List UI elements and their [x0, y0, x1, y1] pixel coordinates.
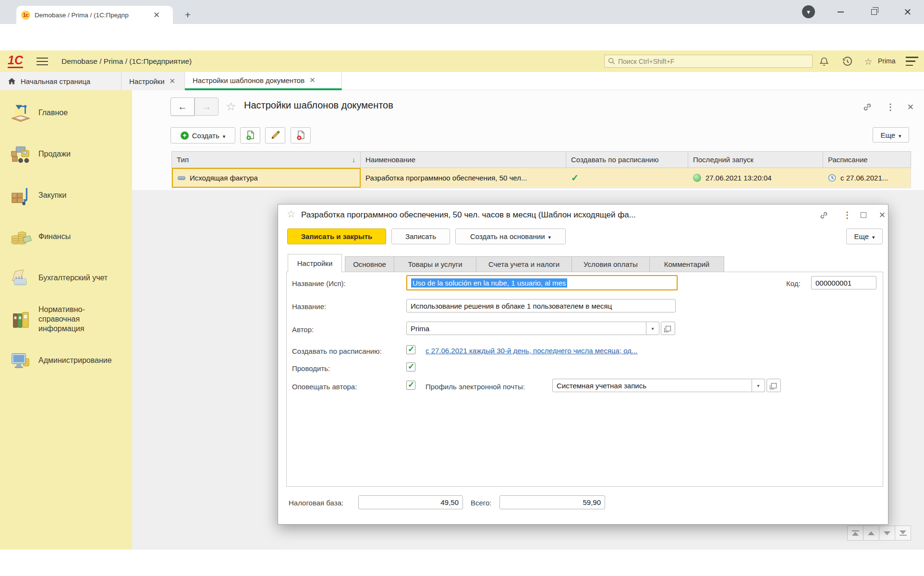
- author-dropdown-button[interactable]: [646, 322, 659, 335]
- tab-close-icon[interactable]: ✕: [153, 11, 160, 19]
- triangle-up-icon: [852, 532, 859, 536]
- input-value: 000000001: [815, 279, 851, 287]
- back-button[interactable]: ←: [170, 97, 195, 116]
- 1c-logo[interactable]: 1С: [8, 54, 23, 68]
- email-profile-dropdown-button[interactable]: [752, 379, 765, 392]
- favorite-star-icon[interactable]: ☆: [287, 208, 296, 220]
- app-tab-bar: Начальная страница Настройки ✕ Настройки…: [0, 72, 924, 90]
- column-label: Тип: [177, 156, 189, 164]
- delete-item-button[interactable]: [291, 127, 311, 144]
- cell-schedule[interactable]: с 27.06.2021...: [823, 168, 911, 188]
- email-profile-input[interactable]: Системная учетная запись: [552, 379, 752, 392]
- input-value: 49,50: [440, 498, 459, 506]
- form-close-button[interactable]: [904, 101, 917, 113]
- cell-name[interactable]: Разработка программноо обеспечения, 50 ч…: [361, 168, 566, 188]
- sidebar-item-administration[interactable]: Администрирование: [0, 340, 132, 381]
- favorite-star-icon[interactable]: ☆: [226, 100, 236, 113]
- favorites-button[interactable]: [862, 55, 875, 68]
- scroll-up-button[interactable]: [863, 526, 879, 540]
- dialog-close-button[interactable]: [876, 210, 888, 220]
- input-value: Prima: [411, 324, 429, 333]
- new-tab-button[interactable]: +: [182, 9, 194, 21]
- tab-usloviya-oplaty[interactable]: Условия оплаты: [571, 256, 650, 272]
- name-intl-input[interactable]: Uso de la solución en la nube, 1 usuario…: [406, 275, 678, 290]
- dialog-maximize-button[interactable]: [858, 210, 869, 220]
- save-and-close-button[interactable]: Записать и закрыть: [287, 228, 386, 244]
- forward-button[interactable]: →: [195, 97, 219, 116]
- create-based-on-button[interactable]: Создать на основании: [455, 228, 566, 244]
- author-input[interactable]: Prima: [406, 322, 646, 335]
- tab-label: Начальная страница: [21, 77, 90, 85]
- email-profile-open-button[interactable]: [766, 379, 781, 392]
- tab-nastroyki[interactable]: Настройки: [288, 254, 342, 272]
- bar-icon: [852, 530, 859, 532]
- dialog-menu-button[interactable]: [841, 210, 853, 220]
- column-header-schedule[interactable]: Расписание: [823, 152, 911, 168]
- tab-settings[interactable]: Настройки ✕: [122, 72, 185, 90]
- sidebar-item-finance[interactable]: Финансы: [0, 216, 132, 257]
- scroll-down-button[interactable]: [879, 526, 895, 540]
- window-close-button[interactable]: ✕: [898, 5, 918, 19]
- chevron-down-icon: [548, 232, 551, 240]
- table-row[interactable]: Исходящая фактура Разработка программноо…: [171, 168, 911, 188]
- tab-document-template-settings[interactable]: Настройки шаблонов документов ✕: [185, 72, 342, 90]
- create-button[interactable]: + Создать: [170, 127, 235, 144]
- tax-base-input[interactable]: 49,50: [358, 495, 463, 509]
- sidebar-item-main[interactable]: Главное: [0, 92, 132, 133]
- schedule-link[interactable]: с 27.06.2021 каждый 30-й день, последнег…: [426, 347, 638, 355]
- author-open-button[interactable]: [661, 322, 675, 335]
- create-schedule-checkbox[interactable]: [406, 345, 415, 354]
- tab-scheta-nalogi[interactable]: Счета учета и налоги: [476, 256, 572, 272]
- functions-menu-button[interactable]: [906, 57, 918, 66]
- window-minimize-button[interactable]: [830, 5, 851, 19]
- column-header-name[interactable]: Наименование: [361, 152, 566, 168]
- tab-label: Настройки: [297, 259, 333, 267]
- dialog-more-button[interactable]: Еще: [846, 228, 883, 244]
- browser-tab[interactable]: 1с Demobase / Prima / (1С:Предпр ✕: [16, 6, 173, 24]
- column-header-type[interactable]: Тип: [172, 152, 361, 168]
- main-menu-button[interactable]: [36, 58, 48, 65]
- tab-close-icon[interactable]: ✕: [309, 76, 316, 84]
- browser-profile-chevron-button[interactable]: ▼: [802, 5, 815, 18]
- sidebar-item-accounting[interactable]: Бухгалтерский учет: [0, 257, 132, 299]
- save-button[interactable]: Записать: [391, 228, 450, 244]
- tab-kommentariy[interactable]: Комментарий: [649, 256, 724, 272]
- cell-last-run[interactable]: 27.06.2021 13:20:04: [688, 168, 823, 188]
- get-link-button[interactable]: [861, 101, 874, 113]
- sidebar-item-reference-info[interactable]: Нормативно-справочная информация: [0, 299, 132, 340]
- copy-item-button[interactable]: [240, 127, 260, 144]
- cell-text: с 27.06.2021...: [840, 174, 888, 182]
- scroll-first-button[interactable]: [847, 526, 863, 540]
- post-checkbox[interactable]: [406, 362, 415, 372]
- cell-type[interactable]: Исходящая фактура: [172, 168, 361, 188]
- scroll-buttons: [848, 526, 911, 540]
- checkmark-icon: [571, 172, 579, 183]
- sidebar-item-sales[interactable]: Продажи: [0, 133, 132, 175]
- total-input[interactable]: 59,90: [499, 495, 605, 509]
- tab-home[interactable]: Начальная страница: [0, 72, 122, 90]
- dialog-link-button[interactable]: [818, 210, 829, 220]
- list-more-button[interactable]: Еще: [873, 127, 909, 143]
- sidebar-item-purchases[interactable]: Закупки: [0, 175, 132, 216]
- notifications-button[interactable]: [817, 55, 831, 68]
- tab-osnovnoe[interactable]: Основное: [345, 256, 394, 272]
- global-search-input[interactable]: Поиск Ctrl+Shift+F: [604, 55, 813, 68]
- notify-author-checkbox[interactable]: [406, 381, 415, 390]
- history-button[interactable]: [840, 55, 854, 68]
- current-user[interactable]: Prima: [878, 57, 896, 65]
- create-label: Создать: [192, 132, 219, 140]
- column-header-scheduled[interactable]: Создавать по расписанию: [566, 152, 688, 168]
- column-header-last-run[interactable]: Последний запуск: [688, 152, 823, 168]
- scroll-last-button[interactable]: [895, 526, 911, 540]
- tab-close-icon[interactable]: ✕: [170, 77, 176, 85]
- window-restore-button[interactable]: [864, 5, 884, 19]
- tab-tovary-uslugi[interactable]: Товары и услуги: [394, 256, 476, 272]
- browser-toolbar: ← → asv00.1cprima.es/a6c236d8-6601-11eb-…: [0, 24, 924, 50]
- cell-scheduled[interactable]: [566, 168, 688, 188]
- form-menu-button[interactable]: [884, 101, 897, 113]
- ledger-case-icon: [10, 267, 32, 289]
- name-intl-label: Название (Исп):: [292, 279, 346, 288]
- edit-item-button[interactable]: [265, 127, 285, 144]
- code-input[interactable]: 000000001: [811, 276, 876, 289]
- name-input[interactable]: Использование решения в облаке 1 пользов…: [406, 299, 676, 312]
